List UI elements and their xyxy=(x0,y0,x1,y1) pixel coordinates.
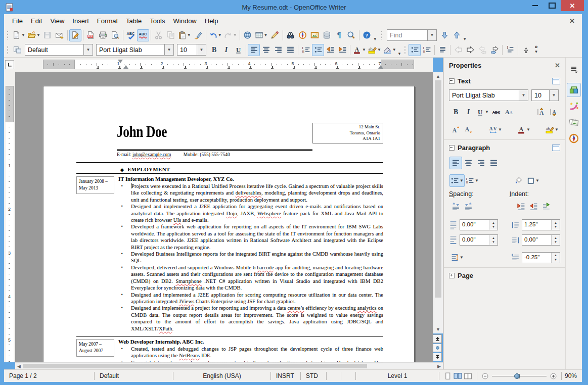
status-page-style[interactable]: Default xyxy=(95,372,173,380)
auto-spellcheck-button[interactable]: ABC xyxy=(137,29,149,41)
paragraph-section-header[interactable]: Paragraph xyxy=(449,141,560,154)
menu-window[interactable]: Window xyxy=(169,15,201,27)
find-dropdown-icon[interactable]: ▼ xyxy=(427,30,436,40)
table-button[interactable]: ▼ xyxy=(254,29,269,41)
first-line-indent-marker[interactable] xyxy=(118,60,123,63)
underline-button[interactable]: U xyxy=(232,44,244,56)
close-document-icon[interactable]: ✕ xyxy=(569,17,575,25)
status-outline-level[interactable]: Level 1 xyxy=(356,372,439,380)
panel-close-icon[interactable]: ✕ xyxy=(555,62,560,69)
horizontal-ruler[interactable]: 1234567 xyxy=(15,58,433,72)
numbered-list-button[interactable]: III xyxy=(421,44,433,56)
shrink-font-button[interactable]: A xyxy=(547,106,560,118)
highlight-color-button[interactable]: ab▼ xyxy=(367,44,382,56)
toolbar-overflow-icon[interactable]: ▾ xyxy=(374,36,377,42)
page-preview-button[interactable] xyxy=(109,29,121,41)
indent-less-button[interactable] xyxy=(527,200,540,213)
maximize-button[interactable] xyxy=(544,0,561,11)
scroll-down-icon[interactable]: ▼ xyxy=(433,325,443,333)
horizontal-scrollbar[interactable]: ◀ ▶ xyxy=(15,362,443,369)
sidebar-tab-navigator[interactable] xyxy=(567,131,581,146)
job-title[interactable]: IT Information Management Developer, XYZ… xyxy=(118,175,383,182)
text-section-header[interactable]: Text xyxy=(449,74,560,87)
dropdown-arrow-icon[interactable]: ▼ xyxy=(187,33,191,37)
job-dates[interactable]: May 2007 –August 2007 xyxy=(76,339,114,357)
email-button[interactable] xyxy=(54,29,66,41)
dropdown-arrow-icon[interactable]: ▼ xyxy=(555,127,559,132)
tab-stop-selector[interactable] xyxy=(5,60,14,69)
dropdown-arrow-icon[interactable]: ▼ xyxy=(362,47,366,52)
decrease-indent-button[interactable] xyxy=(324,44,336,56)
sidebar-font-size-combo[interactable]: 10 ▼ xyxy=(531,89,559,101)
vertical-scrollbar[interactable]: ▲ ▼ xyxy=(433,72,443,333)
resume-bullet[interactable]: Designed and implemented a project for r… xyxy=(117,305,383,332)
spinner-arrows[interactable]: ▲▼ xyxy=(489,220,497,230)
menu-view[interactable]: View xyxy=(46,15,68,27)
bullets-toolbar-grip[interactable] xyxy=(403,45,407,55)
zoom-out-icon[interactable] xyxy=(481,372,489,380)
menu-format[interactable]: Format xyxy=(93,15,122,27)
collapse-icon[interactable] xyxy=(449,145,455,151)
job-dates[interactable]: January 2008 –May 2013 xyxy=(76,176,114,194)
email-link[interactable]: john@example.com xyxy=(132,152,171,157)
scroll-up-icon[interactable]: ▲ xyxy=(433,72,443,80)
hyperlink-button[interactable] xyxy=(242,29,254,41)
sidebar-tab-gallery[interactable] xyxy=(567,115,581,129)
job-title[interactable]: Web Developer Internship, ABC Inc. xyxy=(118,338,383,345)
resume-bullet[interactable]: Developed Business Intelligence reports … xyxy=(117,251,383,264)
dropdown-arrow-icon[interactable]: ▼ xyxy=(264,33,268,37)
font-color-button[interactable]: A▼ xyxy=(516,123,531,136)
resume-bullet[interactable]: Designed and implemented a J2EE applicat… xyxy=(117,292,383,305)
paragraph-style-combo[interactable]: Default ▼ xyxy=(25,44,93,56)
char-spacing-button[interactable]: AV▼ xyxy=(488,123,503,136)
page-section-header[interactable]: Page xyxy=(449,269,560,282)
vertical-ruler[interactable]: 123456 xyxy=(4,72,15,362)
spinner-arrows[interactable]: ▲▼ xyxy=(551,220,560,230)
scroll-left-icon[interactable]: ◀ xyxy=(15,363,23,369)
area-fill-button[interactable] xyxy=(513,174,525,187)
find-previous-button[interactable] xyxy=(450,29,463,41)
formatting-overflow-icon[interactable]: ▾ xyxy=(398,51,401,57)
spinner-arrows[interactable]: ▲▼ xyxy=(551,235,560,245)
multi-page-view-button[interactable] xyxy=(454,371,463,380)
dropdown-arrow-icon[interactable]: ▼ xyxy=(233,33,237,37)
spelling-button[interactable]: ABC xyxy=(125,29,137,41)
insert-unnumbered-button[interactable]: I xyxy=(504,44,516,56)
close-button[interactable]: ✕ xyxy=(561,0,584,11)
status-document-modified[interactable] xyxy=(327,372,341,380)
dropdown-arrow-icon[interactable]: ▼ xyxy=(475,178,479,183)
menu-tools[interactable]: Tools xyxy=(146,15,169,27)
font-size-combo[interactable]: 10 ▼ xyxy=(177,44,206,56)
sidebar-tab-properties[interactable] xyxy=(567,83,581,97)
next-page-button[interactable] xyxy=(433,353,442,361)
print-button[interactable] xyxy=(97,29,109,41)
scroll-right-icon[interactable]: ▶ xyxy=(435,363,443,369)
status-language[interactable]: English (USA) xyxy=(173,372,271,380)
vertical-scroll-thumb[interactable] xyxy=(435,80,441,298)
first-line-indent-field[interactable]: -0.25" ▲▼ xyxy=(522,252,560,263)
italic-button[interactable]: I xyxy=(220,44,232,56)
align-left-button[interactable] xyxy=(449,157,462,169)
underline-button[interactable]: U▼ xyxy=(475,106,490,118)
style-presets-button[interactable] xyxy=(11,44,23,56)
status-signature[interactable] xyxy=(341,372,356,380)
single-page-view-button[interactable] xyxy=(443,371,453,380)
navigation-button[interactable] xyxy=(433,344,442,352)
spacing-below-field[interactable]: 0.00" ▲▼ xyxy=(460,234,498,246)
resume-bullet[interactable]: Developed, delivered and supported a Win… xyxy=(117,264,383,292)
grow-font-button[interactable]: A xyxy=(534,106,547,118)
spinner-arrows[interactable]: ▲▼ xyxy=(489,235,497,245)
align-center-button[interactable] xyxy=(462,157,475,169)
dropdown-arrow-icon[interactable]: ▼ xyxy=(526,127,530,132)
dropdown-arrow-icon[interactable]: ▼ xyxy=(535,178,539,183)
bullet-list-button[interactable] xyxy=(409,44,421,56)
bullet-list-button[interactable]: ▼ xyxy=(449,174,465,187)
highlight-color-button[interactable]: ab▼ xyxy=(545,123,560,136)
align-right-button[interactable] xyxy=(475,157,487,169)
align-justify-button[interactable] xyxy=(487,157,500,169)
edit-file-button[interactable] xyxy=(69,29,81,41)
strikethrough-button[interactable]: ABC xyxy=(490,106,503,118)
demote-sub-button[interactable] xyxy=(488,44,501,56)
indent-first-button[interactable] xyxy=(540,200,553,213)
find-toolbar-overflow-icon[interactable]: ▾ xyxy=(464,36,466,42)
